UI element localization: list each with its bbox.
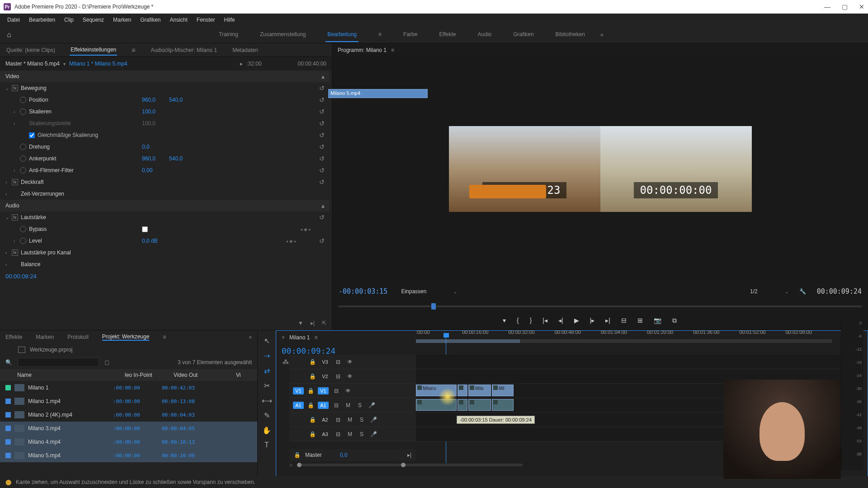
mark-out-button[interactable]: } [530, 317, 532, 324]
fx-timecode[interactable]: 00:00:09:24 [0, 270, 329, 282]
timeline-scrub[interactable] [416, 339, 832, 343]
timeline-timecode[interactable]: 00:00:09:24 [282, 346, 345, 356]
sync-lock-icon[interactable]: ⊟ [332, 402, 340, 408]
collapse-icon[interactable]: ▴ [321, 73, 325, 80]
step-back-button[interactable]: ◂| [558, 317, 563, 324]
menu-bearbeiten[interactable]: Bearbeiten [24, 15, 60, 25]
track-header-a2[interactable]: 🔒 A2 ⊟ M S 🎤 [289, 413, 416, 427]
mark-in-button[interactable]: { [517, 317, 519, 324]
tab-source[interactable]: Quelle: (keine Clips) [5, 45, 56, 55]
expand-icon[interactable]: › [5, 250, 12, 255]
sync-lock-icon[interactable]: ⊟ [332, 388, 340, 394]
track-target[interactable]: A1 [318, 402, 329, 409]
ws-grafiken[interactable]: Grafiken [511, 28, 535, 42]
lock-icon[interactable]: 🔒 [307, 402, 314, 408]
ws-training[interactable]: Training [217, 28, 240, 42]
menu-clip[interactable]: Clip [60, 15, 78, 25]
skip-icon[interactable]: ▸| [407, 452, 411, 458]
lock-icon[interactable]: 🔒 [309, 417, 316, 423]
go-to-in-button[interactable]: |◂ [542, 317, 547, 324]
reset-icon[interactable]: ↺ [319, 96, 325, 103]
stopwatch-icon[interactable] [20, 238, 26, 244]
reset-icon[interactable]: ↺ [319, 167, 325, 174]
ws-overflow-icon[interactable]: » [600, 32, 604, 38]
expand-icon[interactable]: › [14, 239, 20, 244]
pen-tool[interactable]: ✎ [264, 411, 270, 420]
expand-icon[interactable]: › [5, 192, 12, 197]
solo-button[interactable]: S [358, 417, 366, 423]
panel-menu-icon[interactable]: ≡ [391, 47, 394, 53]
voiceover-icon[interactable]: 🎤 [368, 402, 376, 408]
reset-icon[interactable]: ↺ [319, 214, 325, 221]
video-clip[interactable]: Mil [492, 385, 514, 396]
folder-icon[interactable]: ▢ [104, 359, 109, 366]
val-pos-y[interactable]: 540,0 [169, 97, 183, 103]
program-offset-tc[interactable]: -00:00:03:15 [339, 287, 387, 296]
track-header-v2[interactable]: 🔒 V2 ⊟ 👁 [289, 369, 416, 384]
expand-icon[interactable]: › [14, 121, 20, 126]
solo-button[interactable]: S [356, 402, 364, 408]
slip-tool[interactable]: ⟷ [262, 396, 272, 405]
video-clip[interactable] [458, 385, 467, 396]
reset-icon[interactable]: ↺ [319, 108, 325, 115]
track-target[interactable]: V1 [318, 387, 329, 394]
reset-icon[interactable]: ↺ [319, 143, 325, 150]
stopwatch-icon[interactable] [20, 167, 26, 174]
panel-menu-icon[interactable]: ≡ [163, 334, 166, 340]
tab-markers[interactable]: Marken [36, 334, 54, 340]
expand-icon[interactable]: ⌄ [5, 86, 12, 91]
stopwatch-icon[interactable] [20, 108, 26, 115]
type-tool[interactable]: T [264, 441, 269, 449]
source-patch[interactable]: A1 [293, 402, 304, 409]
ws-farbe[interactable]: Farbe [401, 28, 419, 42]
track-header-v3[interactable]: 🔒 V3 ⊟ 👁 [289, 355, 416, 369]
ws-bearbeitung[interactable]: Bearbeitung [326, 28, 359, 42]
prop-bewegung[interactable]: Bewegung [21, 85, 134, 91]
export-frame-button[interactable]: 📷 [654, 317, 661, 324]
selection-tool[interactable]: ↖ [264, 337, 270, 345]
overflow-icon[interactable]: » [249, 334, 252, 340]
video-clip[interactable]: Milano [416, 385, 457, 396]
lift-button[interactable]: ⊟ [621, 317, 627, 324]
zoom-fit[interactable]: Einpassen [401, 288, 426, 295]
reset-icon[interactable]: ↺ [319, 178, 325, 186]
menu-hilfe[interactable]: Hilfe [220, 15, 240, 25]
program-scrubber[interactable] [339, 302, 862, 311]
panel-menu-icon[interactable]: ≡ [131, 45, 136, 56]
voiceover-icon[interactable]: 🎤 [369, 417, 377, 423]
mute-button[interactable]: M [346, 431, 354, 437]
razor-tool[interactable]: ✂ [264, 381, 270, 390]
val-anchor-x[interactable]: 960,0 [142, 155, 156, 162]
menu-marken[interactable]: Marken [108, 15, 136, 25]
eye-icon[interactable]: 👁 [344, 388, 352, 394]
program-title[interactable]: Programm: Milano 1 [338, 47, 387, 53]
val-rotation[interactable]: 0,0 [142, 144, 150, 150]
close-button[interactable]: ✕ [859, 3, 864, 10]
stopwatch-icon[interactable] [20, 97, 26, 103]
bypass-checkbox[interactable] [142, 226, 148, 232]
fx-toggle[interactable]: fx [12, 179, 18, 185]
tab-project[interactable]: Projekt: Werkzeuge [102, 333, 150, 341]
program-duration-tc[interactable]: 00:00:09:24 [817, 287, 862, 296]
filter-icon[interactable]: ▼ [298, 320, 303, 326]
lock-icon[interactable]: 🔒 [309, 359, 316, 365]
video-clip[interactable]: Mila [468, 385, 491, 396]
chevron-down-icon[interactable]: ⌄ [453, 289, 457, 294]
col-out[interactable]: Video Out [174, 372, 232, 378]
snap-icon[interactable]: ⁂ [283, 358, 289, 366]
menu-datei[interactable]: Datei [3, 15, 24, 25]
lock-icon[interactable]: 🔒 [309, 431, 316, 437]
val-pos-x[interactable]: 960,0 [142, 97, 156, 103]
project-item[interactable]: Milano 3.mp4 :00:00:00 00:00:04:05 [0, 422, 257, 435]
voiceover-icon[interactable]: 🎤 [369, 431, 377, 437]
minimize-button[interactable]: — [824, 3, 830, 10]
prop-laut[interactable]: Lautstärke [21, 214, 134, 221]
expand-icon[interactable]: ⌄ [5, 215, 12, 220]
audio-clip[interactable] [416, 399, 457, 411]
sync-lock-icon[interactable]: ⊟ [334, 359, 342, 365]
comparison-button[interactable]: ⧉ [672, 317, 677, 324]
collapse-icon[interactable]: ▴ [321, 202, 325, 209]
home-icon[interactable]: ⌂ [0, 31, 18, 39]
fx-sequence-clip[interactable]: Milano 1 * Milano 5.mp4 [69, 61, 127, 67]
tab-audio-mixer[interactable]: Audioclip-Mischer: Milano 1 [150, 45, 218, 55]
